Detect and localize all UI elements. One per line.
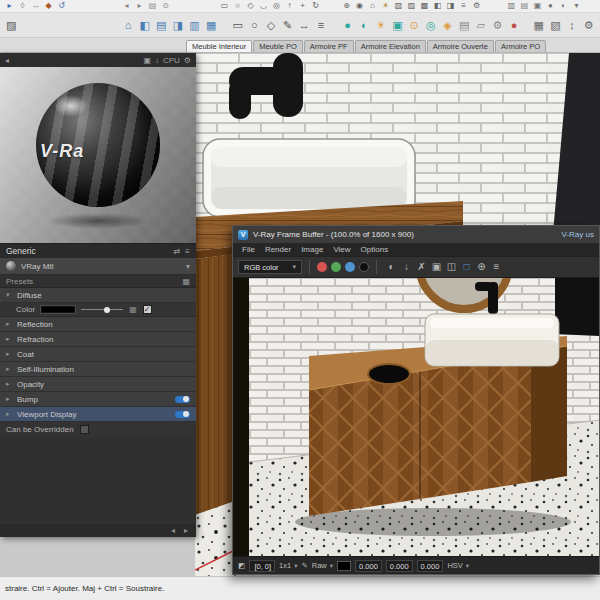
vfb-menu-item[interactable]: Render xyxy=(260,245,296,254)
left-view-icon[interactable]: ▦ xyxy=(203,13,220,37)
scene-tab[interactable]: Meuble PO xyxy=(253,40,303,52)
polygon-tool-icon[interactable]: ◇ xyxy=(244,0,257,12)
expand-arrow-icon[interactable]: ▸ xyxy=(6,335,12,343)
stamp-icon[interactable]: ≡ xyxy=(489,257,504,277)
raw-dropdown[interactable]: Raw ▾ xyxy=(312,561,333,570)
settings-icon[interactable]: ⚙ xyxy=(470,0,483,12)
material-section-row[interactable]: ▸ Opacity xyxy=(0,377,196,392)
back-icon[interactable]: ◂ xyxy=(5,56,9,65)
material-section-row[interactable]: ▸ Refraction xyxy=(0,332,196,347)
swap-icon[interactable]: ⇄ xyxy=(173,246,180,256)
redo-icon[interactable]: ▸ xyxy=(133,0,146,12)
scene-tab[interactable]: Armoire PF xyxy=(304,40,354,52)
section-icon[interactable]: ▥ xyxy=(505,0,518,12)
vray-batch-icon[interactable]: ⊙ xyxy=(406,13,423,37)
frame-icon[interactable]: ▣ xyxy=(531,0,544,12)
more-icon[interactable]: ▾ xyxy=(570,0,583,12)
menu-icon[interactable]: ≡ xyxy=(185,246,190,256)
blue-channel-button[interactable] xyxy=(345,262,355,272)
red-channel-button[interactable] xyxy=(317,262,327,272)
probe-icon[interactable]: ◩ xyxy=(238,561,245,570)
iso-view-icon[interactable]: ⌂ xyxy=(120,13,137,37)
resize-icon[interactable]: ↕ xyxy=(564,13,581,37)
styles-toggle-icon[interactable]: ▨ xyxy=(3,13,20,37)
expand-arrow-icon[interactable]: ▸ xyxy=(6,395,12,403)
material-section-row[interactable]: ▸ Self-Illumination xyxy=(0,362,196,377)
material-preview[interactable]: V-Ra xyxy=(0,67,196,243)
rectangle-icon[interactable]: ▭ xyxy=(229,13,246,37)
circle-icon[interactable]: ○ xyxy=(246,13,263,37)
override-row[interactable]: Can be Overridden xyxy=(0,422,196,437)
vfb-menu-item[interactable]: View xyxy=(328,245,355,254)
material-name-row[interactable]: VRay Mtl ▾ xyxy=(0,258,196,275)
top-view-icon[interactable]: ◧ xyxy=(136,13,153,37)
colorspace-dropdown[interactable]: HSV ▾ xyxy=(447,561,469,570)
front-view-icon[interactable]: ▤ xyxy=(153,13,170,37)
texture-slot-icon[interactable]: ▦ xyxy=(129,305,137,314)
back-view-icon[interactable]: ▥ xyxy=(186,13,203,37)
vfb-menu-item[interactable]: File xyxy=(237,245,260,254)
freehand-icon[interactable]: ✎ xyxy=(279,13,296,37)
scenes-icon[interactable]: ▤ xyxy=(518,0,531,12)
expand-arrow-icon[interactable]: ▸ xyxy=(6,380,12,388)
tape-measure-icon[interactable]: ↔ xyxy=(29,0,42,12)
prefs-icon[interactable]: ⚙ xyxy=(580,13,597,37)
material-section-row[interactable]: ▸ Reflection xyxy=(0,317,196,332)
eraser-icon[interactable]: ◊ xyxy=(16,0,29,12)
vfb-menu-item[interactable]: Image xyxy=(296,245,328,254)
prev-icon[interactable]: ◂ xyxy=(171,526,175,535)
pushpull-tool-icon[interactable]: ↑ xyxy=(283,0,296,12)
scene-tab[interactable]: Armoire PO xyxy=(495,40,546,52)
move-tool-icon[interactable]: + xyxy=(296,0,309,12)
diffuse-amount-slider[interactable] xyxy=(81,309,123,310)
color-picker-icon[interactable]: ✎ xyxy=(301,561,307,570)
paint-bucket-icon[interactable]: ◆ xyxy=(42,0,55,12)
vfb-render-image[interactable] xyxy=(233,278,599,556)
outliner-icon[interactable]: ≡ xyxy=(457,0,470,12)
diffuse-color-swatch[interactable] xyxy=(41,306,75,313)
save-image-icon[interactable]: ↓ xyxy=(399,257,414,277)
section-toggle[interactable] xyxy=(175,411,190,418)
offset-tool-icon[interactable]: ◎ xyxy=(270,0,283,12)
vfb-titlebar[interactable]: V V-Ray Frame Buffer - (100.0% of 1600 x… xyxy=(233,226,599,243)
section-toggle[interactable] xyxy=(175,396,190,403)
sphere-icon[interactable]: ● xyxy=(544,0,557,12)
circle-tool-icon[interactable]: ○ xyxy=(231,0,244,12)
grid-a-icon[interactable]: ▦ xyxy=(530,13,547,37)
dimension-icon[interactable]: ↔ xyxy=(296,13,313,37)
half-style2-icon[interactable]: ◨ xyxy=(444,0,457,12)
mono-channel-button[interactable] xyxy=(359,262,369,272)
material-section-row[interactable]: ▸ Bump xyxy=(0,392,196,407)
text-icon[interactable]: ≡ xyxy=(313,13,330,37)
orbit-icon[interactable]: ↺ xyxy=(55,0,68,12)
expand-arrow-icon[interactable]: ▸ xyxy=(6,365,12,373)
scene-tab[interactable]: Meuble Interieur xyxy=(186,40,252,52)
materials-icon[interactable]: ▨ xyxy=(405,0,418,12)
track-mouse-icon[interactable]: ⊕ xyxy=(474,257,489,277)
vray-render-icon[interactable]: ◐ xyxy=(356,13,373,37)
contrast-icon[interactable]: ◐ xyxy=(557,0,570,12)
vray-interactive-icon[interactable]: ☀ xyxy=(373,13,390,37)
dock-icon[interactable]: ▣ xyxy=(143,56,151,65)
vray-settings-icon[interactable]: ⚙ xyxy=(489,13,506,37)
vray-frame-buffer-icon[interactable]: ▣ xyxy=(389,13,406,37)
expand-arrow-icon[interactable]: ▾ xyxy=(6,291,12,299)
vray-stop-icon[interactable]: ● xyxy=(506,13,523,37)
home-view-icon[interactable]: ⌂ xyxy=(366,0,379,12)
region-render-icon[interactable]: □ xyxy=(459,257,474,277)
layers-icon[interactable]: ▩ xyxy=(418,0,431,12)
vray-asset-editor-icon[interactable]: ● xyxy=(339,13,356,37)
diffuse-checkbox[interactable]: ✓ xyxy=(143,305,152,314)
shadows-icon[interactable]: ☀ xyxy=(379,0,392,12)
vfb-menu-item[interactable]: Options xyxy=(356,245,394,254)
zoom-dropdown[interactable]: 1x1 ▾ xyxy=(279,561,297,570)
next-icon[interactable]: ▸ xyxy=(184,526,188,535)
grid-b-icon[interactable]: ▧ xyxy=(547,13,564,37)
undo-icon[interactable]: ◂ xyxy=(120,0,133,12)
rotate-tool-icon[interactable]: ↻ xyxy=(309,0,322,12)
section-diffuse[interactable]: ▾ Diffuse xyxy=(0,288,196,303)
duplicate-to-host-icon[interactable]: ▣ xyxy=(429,257,444,277)
sink-model[interactable] xyxy=(203,139,415,217)
clear-image-icon[interactable]: ✗ xyxy=(414,257,429,277)
compare-images-icon[interactable]: ◫ xyxy=(444,257,459,277)
